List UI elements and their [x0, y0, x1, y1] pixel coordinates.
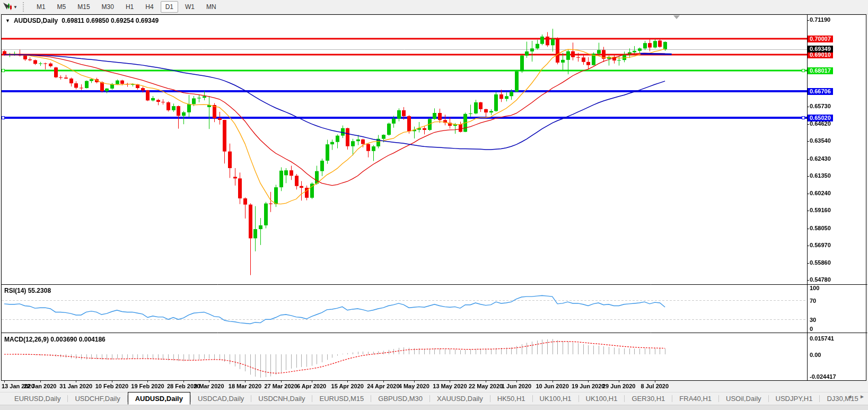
date-axis-tick-mark: [147, 381, 148, 382]
date-axis-label: 19 Jun 2020: [572, 383, 604, 389]
price-axis-tick: 0.62430: [810, 155, 831, 162]
date-axis-label: 22 Jan 2020: [24, 383, 57, 389]
window-bottom-edge: [0, 405, 868, 410]
date-axis-tick-mark: [553, 381, 553, 382]
candlestick-chart-canvas[interactable]: [0, 0, 868, 410]
tab-scroll-right-icon[interactable]: ►: [860, 394, 865, 399]
price-axis-tick-mark: [807, 229, 809, 229]
price-axis-tick: 0.60240: [810, 190, 831, 196]
macd-axis-tick: 0.00: [810, 352, 821, 358]
rsi-axis-tick: 100: [810, 285, 819, 291]
date-axis-label: 13 May 2020: [433, 383, 467, 389]
date-axis-tick-mark: [619, 381, 619, 382]
date-axis-label: 19 Feb 2020: [131, 383, 164, 389]
price-axis-tick: 0.54780: [810, 276, 831, 283]
rsi-axis-tick: 0: [810, 326, 813, 332]
date-axis-tick-mark: [414, 381, 415, 382]
price-axis-tick-mark: [807, 141, 809, 142]
date-axis-tick-mark: [76, 381, 76, 382]
chart-title-dropdown-icon[interactable]: ▼: [5, 18, 10, 23]
date-axis-label: 18 Mar 2020: [229, 383, 261, 389]
date-axis-label: 9 Mar 2020: [194, 383, 224, 389]
price-axis-tick: 0.56970: [810, 242, 831, 248]
current-price-label: 0.69349: [808, 46, 833, 53]
chart-tab-audusd-daily[interactable]: AUDUSD,Daily: [128, 392, 190, 405]
price-axis-tick: 0.61350: [810, 172, 831, 179]
price-axis-tick: 0.65730: [810, 103, 831, 109]
price-axis-tick-mark: [807, 159, 809, 160]
price-line-label: 0.65020: [808, 115, 833, 121]
date-axis-label: 10 Feb 2020: [95, 383, 128, 389]
date-axis-label: 10 Jun 2020: [536, 383, 568, 389]
chart-tab-eurusd-daily[interactable]: EURUSD,Daily: [7, 392, 67, 405]
chart-tab-uk100-h1[interactable]: UK100,H1: [533, 392, 578, 405]
price-axis-tick: 0.58050: [810, 225, 831, 231]
date-axis-label: 24 Apr 2020: [367, 383, 399, 389]
date-axis-label: 6 Apr 2020: [297, 383, 326, 389]
date-axis-tick-mark: [450, 381, 450, 382]
chart-tab-uk100-h1[interactable]: UK100,H1: [579, 392, 625, 405]
price-axis-tick-mark: [807, 246, 809, 246]
price-line-label: 0.68017: [808, 67, 833, 74]
macd-indicator-label: MACD(12,26,9) 0.003690 0.004186: [4, 336, 106, 343]
price-axis-tick-mark: [807, 211, 809, 211]
date-axis-tick-mark: [312, 381, 312, 382]
date-axis-tick-mark: [383, 381, 384, 382]
rsi-axis-tick: 70: [810, 298, 816, 304]
date-axis-label: 15 Apr 2020: [331, 383, 364, 389]
price-axis-tick-mark: [807, 107, 809, 107]
date-axis-tick-mark: [209, 381, 209, 382]
chart-tab-bar: EURUSD,DailyUSDCHF,DailyAUDUSD,DailyUSDC…: [0, 392, 868, 405]
price-axis-tick-mark: [807, 280, 809, 281]
macd-axis-tick: 0.015741: [810, 335, 834, 342]
chart-tab-hk50-h1[interactable]: HK50,H1: [490, 392, 532, 405]
chart-tab-eurusd-m15[interactable]: EURUSD,M15: [312, 392, 371, 405]
price-axis-tick-mark: [807, 124, 809, 125]
chart-tab-usdcnh-daily[interactable]: USDCNH,Daily: [251, 392, 312, 405]
chart-tab-xauusd-daily[interactable]: XAUUSD,Daily: [430, 392, 490, 405]
rsi-indicator-label: RSI(14) 55.2308: [4, 287, 51, 294]
price-line-label: 0.69010: [808, 51, 833, 58]
chart-symbol-label: AUDUSD,Daily: [14, 17, 58, 24]
date-axis-tick-mark: [655, 381, 655, 382]
date-axis-tick-mark: [245, 381, 246, 382]
date-axis-tick-mark: [516, 381, 517, 382]
date-axis-tick-mark: [40, 381, 41, 382]
date-axis-tick-mark: [112, 381, 112, 382]
chart-tab-usdchf-daily[interactable]: USDCHF,Daily: [68, 392, 127, 405]
date-axis-label: 22 May 2020: [469, 383, 503, 389]
date-axis-label: 27 Mar 2020: [264, 383, 297, 389]
date-axis-tick-mark: [4, 381, 5, 382]
chart-shift-marker[interactable]: [673, 15, 680, 19]
price-line-label: 0.70007: [808, 36, 833, 42]
chart-tab-gbpusd-m30[interactable]: GBPUSD,M30: [371, 392, 429, 405]
date-axis-label: 1 Jun 2020: [502, 383, 531, 389]
date-axis-label: 29 Jun 2020: [602, 383, 635, 389]
date-axis-tick-mark: [281, 381, 282, 382]
price-axis-tick-mark: [807, 176, 809, 177]
price-line-label: 0.66706: [808, 88, 833, 95]
date-axis-tick-mark: [486, 381, 486, 382]
price-axis-tick: 0.55860: [810, 259, 831, 266]
price-axis-tick-mark: [807, 263, 809, 264]
chart-tab-ger30-h1[interactable]: GER30,H1: [625, 392, 672, 405]
date-axis-tick-mark: [588, 381, 589, 382]
chart-tab-usdcad-daily[interactable]: USDCAD,Daily: [191, 392, 251, 405]
rsi-axis-tick: 30: [810, 317, 816, 323]
chart-tab-usoil-daily[interactable]: USOil,Daily: [719, 392, 768, 405]
chart-tab-usdjpy-h1[interactable]: USDJPY,H1: [769, 392, 820, 405]
price-axis-tick-mark: [807, 20, 809, 21]
price-axis-tick-mark: [807, 194, 809, 194]
price-axis-tick: 0.59160: [810, 207, 831, 213]
price-axis-tick: 0.63540: [810, 137, 831, 144]
macd-axis-tick: -0.024417: [810, 373, 836, 380]
tab-scroll-left-icon[interactable]: ◄: [847, 394, 852, 399]
tab-scroll-nav: ◄ ►: [847, 394, 865, 399]
date-axis-label: 4 May 2020: [399, 383, 429, 389]
chart-ohlc-values: 0.69811 0.69850 0.69254 0.69349: [62, 17, 159, 24]
chart-title: ▼ AUDUSD,Daily 0.69811 0.69850 0.69254 0…: [5, 17, 159, 24]
date-axis-tick-mark: [183, 381, 184, 382]
price-axis-tick: 0.71190: [810, 16, 830, 23]
chart-tab-fra40-h1[interactable]: FRA40,H1: [672, 392, 718, 405]
date-axis-label: 31 Jan 2020: [59, 383, 92, 389]
